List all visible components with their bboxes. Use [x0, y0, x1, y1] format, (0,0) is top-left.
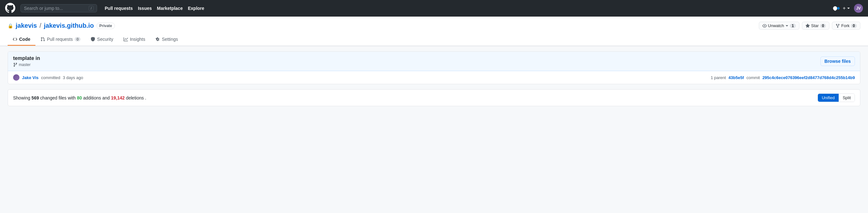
slash-key: / — [89, 6, 94, 11]
tab-settings-label: Settings — [162, 37, 178, 42]
commit-author-avatar — [13, 74, 20, 81]
diff-deletions-label: deletions — [126, 95, 144, 100]
commit-card-header: template in master Browse files — [8, 52, 860, 71]
tab-pull-requests-label: Pull requests — [47, 37, 73, 42]
private-badge: Private — [96, 23, 115, 29]
commit-author-link[interactable]: Jake Vis — [22, 75, 39, 80]
tab-security[interactable]: Security — [86, 33, 118, 46]
repo-actions: Unwatch 1 Star 0 Fork 0 — [759, 22, 860, 30]
header-right-actions: + JV — [831, 4, 863, 13]
commit-card: template in master Browse files Jake Vis… — [8, 51, 860, 84]
diff-period: . — [145, 95, 146, 100]
diff-and-label: and — [102, 95, 110, 100]
notifications-wrapper — [831, 4, 839, 12]
user-avatar[interactable]: JV — [854, 4, 863, 13]
header-nav-explore[interactable]: Explore — [188, 6, 204, 11]
commit-full-hash[interactable]: 295c4c6ece076396eef2d8477d768d4c255b14b9 — [762, 75, 855, 80]
commit-branch-name: master — [19, 63, 31, 67]
unwatch-label: Unwatch — [768, 23, 784, 28]
header-nav-issues[interactable]: Issues — [138, 6, 152, 11]
fork-label: Fork — [841, 23, 849, 28]
plus-icon: + — [843, 5, 846, 11]
diff-additions: 80 — [77, 95, 82, 100]
commit-action: committed — [41, 75, 60, 80]
diff-deletions: 19,142 — [111, 95, 125, 100]
diff-stats: Showing 569 changed files with 80 additi… — [8, 89, 860, 106]
tab-settings[interactable]: Settings — [150, 33, 183, 46]
commit-meta-right: 1 parent 43b5e5f commit 295c4c6ece076396… — [711, 75, 855, 80]
tab-insights[interactable]: Insights — [118, 33, 150, 46]
browse-files-button[interactable]: Browse files — [820, 57, 855, 66]
star-label: Star — [811, 23, 819, 28]
header-nav-marketplace[interactable]: Marketplace — [157, 6, 183, 11]
commit-meta: Jake Vis committed 3 days ago 1 parent 4… — [8, 71, 860, 84]
repo-header: 🔒 jakevis / jakevis.github.io Private Un… — [0, 16, 868, 46]
diff-changed-files-label: changed files — [40, 95, 67, 100]
tab-code[interactable]: Code — [8, 33, 35, 46]
avatar-placeholder: JV — [854, 4, 863, 13]
diff-view-buttons: Unified Split — [817, 94, 855, 102]
unwatch-button[interactable]: Unwatch 1 — [759, 22, 799, 30]
top-navigation: / Pull requests Issues Marketplace Explo… — [0, 0, 868, 16]
search-input[interactable] — [24, 6, 86, 11]
commit-header-left: template in master — [13, 56, 40, 67]
diff-additions-label: additions — [83, 95, 101, 100]
commit-label: commit — [746, 75, 760, 80]
star-button[interactable]: Star 0 — [802, 22, 830, 30]
search-box[interactable]: / — [21, 4, 97, 12]
commit-branch: master — [13, 63, 40, 67]
unified-view-button[interactable]: Unified — [818, 94, 839, 102]
repo-section: 🔒 jakevis / jakevis.github.io Private Un… — [0, 16, 868, 46]
commit-author-avatar-inner — [13, 74, 20, 81]
header-nav-pull-requests[interactable]: Pull requests — [105, 6, 133, 11]
fork-button[interactable]: Fork 0 — [832, 22, 860, 30]
repo-owner-link[interactable]: jakevis — [16, 22, 37, 29]
star-count: 0 — [820, 24, 826, 28]
commit-parent-hash[interactable]: 43b5e5f — [728, 75, 744, 80]
repo-title-row: 🔒 jakevis / jakevis.github.io Private — [8, 22, 115, 29]
tab-pull-requests-badge: 0 — [75, 37, 81, 41]
diff-stats-text: Showing 569 changed files with 80 additi… — [13, 95, 146, 100]
main-content: template in master Browse files Jake Vis… — [0, 46, 868, 111]
github-logo[interactable] — [5, 3, 15, 14]
diff-showing-label: Showing — [13, 95, 30, 100]
fork-count: 0 — [851, 24, 857, 28]
create-new-button[interactable]: + — [841, 4, 851, 12]
tab-insights-label: Insights — [130, 37, 145, 42]
repo-tabs: Code Pull requests 0 Security Insights S… — [8, 33, 860, 46]
tab-pull-requests[interactable]: Pull requests 0 — [35, 33, 86, 46]
commit-title: template in — [13, 56, 40, 61]
repo-separator: / — [39, 22, 41, 29]
unwatch-count: 1 — [790, 24, 796, 28]
diff-with-label: with — [68, 95, 76, 100]
lock-icon: 🔒 — [8, 23, 13, 28]
commit-parent-label: 1 parent — [711, 75, 726, 80]
tab-security-label: Security — [97, 37, 113, 42]
tab-code-label: Code — [19, 37, 30, 42]
header-navigation: Pull requests Issues Marketplace Explore — [105, 6, 204, 11]
notification-dot — [837, 7, 840, 9]
diff-changed-count: 569 — [32, 95, 39, 100]
split-view-button[interactable]: Split — [839, 94, 855, 102]
repo-name-link[interactable]: jakevis.github.io — [44, 22, 94, 29]
commit-time: 3 days ago — [63, 75, 83, 80]
